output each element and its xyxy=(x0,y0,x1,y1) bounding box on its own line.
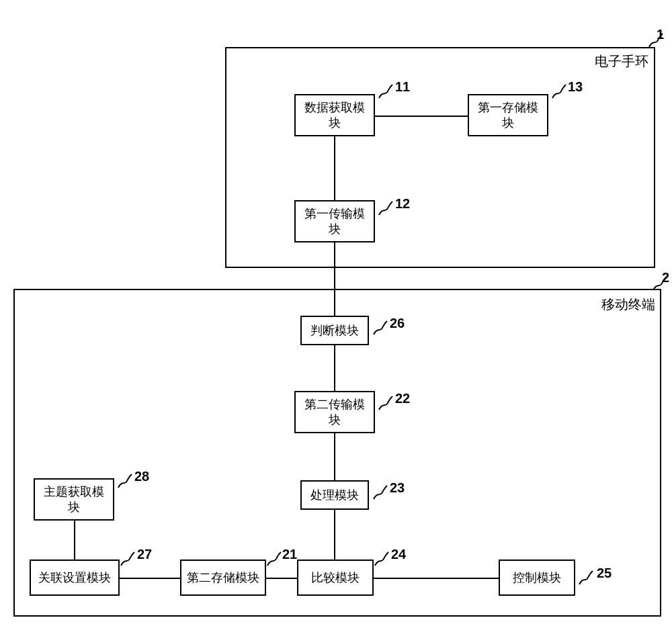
box-ref: 22 xyxy=(395,391,410,406)
leader-icon xyxy=(371,484,390,500)
leader-icon xyxy=(650,275,669,292)
box-label: 控制模块 xyxy=(513,570,561,586)
connector-line xyxy=(334,242,335,316)
box-ref: 11 xyxy=(395,79,410,95)
box-second-storage: 第二存储模块 xyxy=(180,560,266,596)
box-ref: 21 xyxy=(282,547,297,562)
connector-line xyxy=(74,521,75,560)
container-top-label: 电子手环 xyxy=(595,52,648,71)
box-first-transmission: 第一传输模块 xyxy=(294,200,375,242)
connector-line xyxy=(120,578,180,579)
connector-line xyxy=(374,578,499,579)
box-processing: 处理模块 xyxy=(300,480,369,510)
leader-icon xyxy=(118,551,137,567)
container-top xyxy=(225,47,655,268)
box-label: 第二传输模块 xyxy=(300,397,370,427)
connector-line xyxy=(334,510,335,560)
connector-line xyxy=(334,136,335,200)
box-judgment: 判断模块 xyxy=(300,316,369,345)
connector-line xyxy=(334,433,335,480)
box-data-acquisition: 数据获取模块 xyxy=(294,94,375,136)
box-ref: 25 xyxy=(597,566,612,581)
leader-icon xyxy=(376,200,395,216)
leader-icon xyxy=(646,32,665,48)
box-second-transmission: 第二传输模块 xyxy=(294,391,375,433)
leader-icon xyxy=(265,551,284,567)
box-label: 第一存储模块 xyxy=(473,100,543,130)
box-label: 第一传输模块 xyxy=(300,206,370,236)
leader-icon xyxy=(550,83,569,99)
leader-icon xyxy=(376,395,395,411)
connector-line xyxy=(266,578,297,579)
box-comparison: 比较模块 xyxy=(297,560,374,596)
leader-icon xyxy=(577,570,595,586)
box-theme-acquisition: 主题获取模块 xyxy=(34,478,114,521)
container-bottom-label: 移动终端 xyxy=(601,296,655,314)
box-ref: 23 xyxy=(390,480,405,496)
connector-line xyxy=(334,345,335,391)
leader-icon xyxy=(371,320,390,336)
box-ref: 24 xyxy=(391,547,406,562)
box-label: 关联设置模块 xyxy=(38,570,111,586)
box-first-storage: 第一存储模块 xyxy=(468,94,548,136)
leader-icon xyxy=(116,473,134,489)
box-ref: 13 xyxy=(568,79,583,95)
box-label: 主题获取模块 xyxy=(39,484,109,515)
diagram-canvas: 电子手环 1 移动终端 2 数据获取模块 11 第一存储模块 13 第一传输模块… xyxy=(0,0,672,626)
leader-icon xyxy=(376,83,395,99)
box-label: 第二存储模块 xyxy=(187,570,259,586)
box-label: 比较模块 xyxy=(311,570,360,586)
box-association-setting: 关联设置模块 xyxy=(30,560,120,596)
connector-line xyxy=(375,116,468,117)
box-label: 判断模块 xyxy=(310,323,359,339)
box-ref: 27 xyxy=(137,547,152,562)
box-ref: 26 xyxy=(390,316,405,331)
leader-icon xyxy=(372,551,391,567)
box-label: 处理模块 xyxy=(310,488,359,503)
box-ref: 28 xyxy=(134,469,149,484)
box-control: 控制模块 xyxy=(499,560,575,596)
box-ref: 12 xyxy=(395,196,410,212)
box-label: 数据获取模块 xyxy=(300,100,370,130)
